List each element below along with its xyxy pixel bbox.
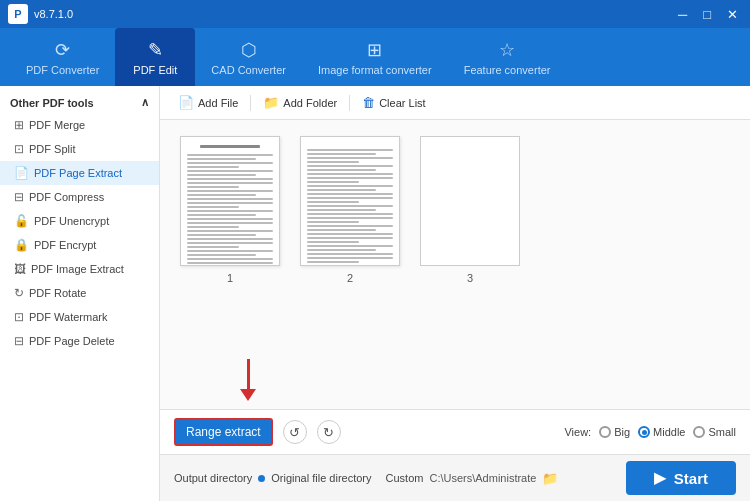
- folder-icon[interactable]: 📁: [542, 471, 558, 486]
- pdf-converter-icon: ⟳: [55, 39, 70, 61]
- sidebar-item-pdf-split[interactable]: ⊡ PDF Split: [0, 137, 159, 161]
- sidebar-section-header[interactable]: Other PDF tools ∧: [0, 92, 159, 113]
- sidebar-item-pdf-page-extract[interactable]: 📄 PDF Page Extract: [0, 161, 159, 185]
- view-label: View:: [564, 426, 591, 438]
- sidebar-item-pdf-page-delete[interactable]: ⊟ PDF Page Delete: [0, 329, 159, 353]
- sidebar-item-pdf-merge[interactable]: ⊞ PDF Merge: [0, 113, 159, 137]
- pdf-page-delete-icon: ⊟: [14, 334, 24, 348]
- bottom-bar: Range extract ↺ ↻ View: Big Middle: [160, 409, 750, 454]
- sidebar: Other PDF tools ∧ ⊞ PDF Merge ⊡ PDF Spli…: [0, 86, 160, 501]
- view-middle-radio: [638, 426, 650, 438]
- pdf-compress-icon: ⊟: [14, 190, 24, 204]
- page-preview-1: [180, 136, 280, 266]
- sidebar-item-pdf-unencrypt[interactable]: 🔓 PDF Unencrypt: [0, 209, 159, 233]
- toolbar: 📄 Add File 📁 Add Folder 🗑 Clear List: [160, 86, 750, 120]
- chevron-up-icon: ∧: [141, 96, 149, 109]
- minimize-button[interactable]: ─: [674, 7, 691, 22]
- nav-tabs: ⟳ PDF Converter ✎ PDF Edit ⬡ CAD Convert…: [0, 28, 750, 86]
- pdf-unencrypt-icon: 🔓: [14, 214, 29, 228]
- tab-feature-converter[interactable]: ☆ Feature converter: [448, 28, 567, 86]
- app-version: v8.7.1.0: [34, 8, 73, 20]
- pdf-merge-icon: ⊞: [14, 118, 24, 132]
- undo-button[interactable]: ↺: [283, 420, 307, 444]
- start-icon: ▶: [654, 469, 666, 487]
- content-area: 📄 Add File 📁 Add Folder 🗑 Clear List: [160, 86, 750, 501]
- window-controls: ─ □ ✕: [674, 7, 742, 22]
- divider: [250, 95, 251, 111]
- cad-converter-icon: ⬡: [241, 39, 257, 61]
- page-label-2: 2: [347, 272, 353, 284]
- add-file-button[interactable]: 📄 Add File: [170, 92, 246, 113]
- custom-label: Custom: [386, 472, 424, 484]
- file-thumb-2[interactable]: 2: [300, 136, 400, 284]
- sidebar-item-pdf-watermark[interactable]: ⊡ PDF Watermark: [0, 305, 159, 329]
- sidebar-item-pdf-image-extract[interactable]: 🖼 PDF Image Extract: [0, 257, 159, 281]
- add-folder-button[interactable]: 📁 Add Folder: [255, 92, 345, 113]
- tab-pdf-converter[interactable]: ⟳ PDF Converter: [10, 28, 115, 86]
- pdf-page-extract-icon: 📄: [14, 166, 29, 180]
- maximize-button[interactable]: □: [699, 7, 715, 22]
- view-group: View: Big Middle Small: [564, 426, 736, 438]
- image-format-icon: ⊞: [367, 39, 382, 61]
- output-bar: Output directory Original file directory…: [160, 454, 750, 501]
- page-preview-2: [300, 136, 400, 266]
- tab-pdf-edit[interactable]: ✎ PDF Edit: [115, 28, 195, 86]
- divider2: [349, 95, 350, 111]
- original-label: Original file directory: [271, 472, 371, 484]
- sidebar-item-pdf-rotate[interactable]: ↻ PDF Rotate: [0, 281, 159, 305]
- redo-button[interactable]: ↻: [317, 420, 341, 444]
- tab-image-format-converter[interactable]: ⊞ Image format converter: [302, 28, 448, 86]
- app-logo: P: [8, 4, 28, 24]
- feature-converter-icon: ☆: [499, 39, 515, 61]
- view-small-radio: [693, 426, 705, 438]
- pdf-watermark-icon: ⊡: [14, 310, 24, 324]
- close-button[interactable]: ✕: [723, 7, 742, 22]
- pdf-split-icon: ⊡: [14, 142, 24, 156]
- page-label-1: 1: [227, 272, 233, 284]
- redo-icon: ↻: [323, 425, 334, 440]
- undo-icon: ↺: [289, 425, 300, 440]
- range-extract-button[interactable]: Range extract: [174, 418, 273, 446]
- page-preview-3: [420, 136, 520, 266]
- sidebar-item-pdf-encrypt[interactable]: 🔒 PDF Encrypt: [0, 233, 159, 257]
- file-thumb-1[interactable]: 1: [180, 136, 280, 284]
- view-middle-option[interactable]: Middle: [638, 426, 685, 438]
- add-file-icon: 📄: [178, 95, 194, 110]
- original-radio-dot: [258, 475, 265, 482]
- add-folder-icon: 📁: [263, 95, 279, 110]
- page-label-3: 3: [467, 272, 473, 284]
- sidebar-item-pdf-compress[interactable]: ⊟ PDF Compress: [0, 185, 159, 209]
- file-grid: 1: [160, 120, 750, 359]
- pdf-rotate-icon: ↻: [14, 286, 24, 300]
- view-small-option[interactable]: Small: [693, 426, 736, 438]
- arrow-annotation: [160, 359, 750, 409]
- output-directory-label: Output directory: [174, 472, 252, 484]
- clear-list-button[interactable]: 🗑 Clear List: [354, 92, 433, 113]
- clear-list-icon: 🗑: [362, 95, 375, 110]
- view-big-option[interactable]: Big: [599, 426, 630, 438]
- tab-cad-converter[interactable]: ⬡ CAD Converter: [195, 28, 302, 86]
- title-bar: P v8.7.1.0 ─ □ ✕: [0, 0, 750, 28]
- start-button[interactable]: ▶ Start: [626, 461, 736, 495]
- pdf-edit-icon: ✎: [148, 39, 163, 61]
- pdf-encrypt-icon: 🔒: [14, 238, 29, 252]
- view-big-radio: [599, 426, 611, 438]
- custom-path: C:\Users\Administrate: [429, 472, 536, 484]
- file-thumb-3[interactable]: 3: [420, 136, 520, 284]
- main-layout: Other PDF tools ∧ ⊞ PDF Merge ⊡ PDF Spli…: [0, 86, 750, 501]
- pdf-image-extract-icon: 🖼: [14, 262, 26, 276]
